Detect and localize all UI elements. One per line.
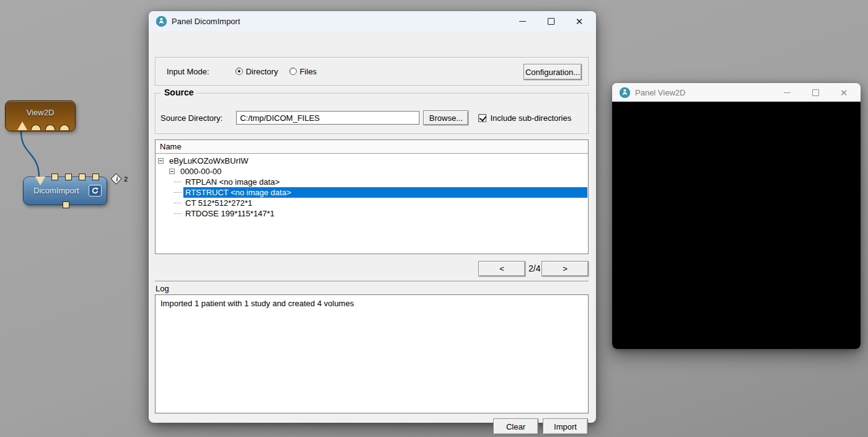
- source-directory-input[interactable]: [236, 111, 419, 125]
- radio-files-label: Files: [300, 67, 317, 76]
- view2d-node[interactable]: View2D: [5, 100, 76, 131]
- source-groupbox: Source Source Directory: Browse... Inclu…: [155, 93, 589, 134]
- splitter-handle[interactable]: [155, 281, 589, 282]
- dicomimport-node-label: DicomImport: [33, 186, 79, 195]
- dicom-panel-body: Input Mode: Directory Files Configuratio…: [149, 31, 596, 423]
- radio-selected-icon: [235, 68, 243, 75]
- maximize-button[interactable]: [541, 14, 560, 29]
- output-port-square[interactable]: [92, 174, 99, 180]
- browse-button[interactable]: Browse...: [423, 110, 468, 125]
- tree-branch-line: [174, 182, 182, 182]
- radio-directory[interactable]: Directory: [235, 67, 278, 76]
- maximize-icon: [548, 18, 555, 25]
- check-icon: [478, 114, 486, 122]
- tree-row-study[interactable]: 0000-00-00: [156, 166, 588, 177]
- collapse-icon[interactable]: [169, 169, 175, 174]
- output-port-square[interactable]: [65, 174, 72, 180]
- close-button[interactable]: ✕: [835, 85, 853, 100]
- import-button[interactable]: Import: [543, 418, 588, 435]
- input-port-semi[interactable]: [31, 125, 41, 130]
- tree-branch-line: [174, 213, 182, 214]
- dicomimport-panel-window: Panel DicomImport ✕ Input Mode: Director…: [149, 11, 596, 423]
- info-diamond-icon[interactable]: i: [110, 173, 121, 184]
- reload-icon[interactable]: [89, 185, 102, 196]
- radio-files[interactable]: Files: [289, 67, 317, 76]
- include-subdirs-checkbox[interactable]: Include sub-directories: [478, 113, 571, 123]
- clear-button[interactable]: Clear: [493, 418, 538, 435]
- window-title: Panel View2D: [635, 88, 685, 97]
- input-port-triangle[interactable]: [17, 121, 27, 130]
- view2d-node-label: View2D: [6, 108, 75, 117]
- tree-row-series[interactable]: CT 512*512*272*1: [156, 198, 588, 208]
- mevislab-app-icon: [156, 16, 167, 27]
- maximize-icon: [812, 89, 819, 96]
- input-port-semi[interactable]: [45, 125, 55, 130]
- log-output[interactable]: Imported 1 patient with 1 study and crea…: [155, 294, 589, 413]
- source-directory-label: Source Directory:: [160, 113, 222, 123]
- tree-branch-line: [174, 192, 182, 193]
- mevislab-app-icon: [620, 87, 630, 98]
- tree-branch-line: [174, 203, 182, 203]
- minimize-icon: [784, 92, 791, 93]
- minimize-button[interactable]: [778, 85, 796, 100]
- tree-row-series[interactable]: RTDOSE 199*115*147*1: [156, 208, 588, 219]
- tree-header-name[interactable]: Name: [156, 140, 588, 154]
- radio-directory-label: Directory: [246, 67, 278, 76]
- input-port-semi[interactable]: [59, 125, 69, 130]
- dicom-tree-view[interactable]: Name eByLuKOZoWxBUrIW 0000-00-00 RTPLAN …: [155, 139, 589, 254]
- view2d-panel-window: Panel View2D ✕: [612, 83, 861, 349]
- maximize-button[interactable]: [806, 85, 825, 100]
- resize-grip[interactable]: [587, 433, 594, 437]
- pager-prev-button[interactable]: <: [478, 261, 525, 276]
- input-port-square[interactable]: [63, 201, 69, 208]
- minimize-button[interactable]: [513, 14, 532, 29]
- output-port-square[interactable]: [79, 174, 85, 180]
- window-title: Panel DicomImport: [172, 17, 240, 26]
- input-mode-frame: Input Mode: Directory Files Configuratio…: [155, 57, 589, 86]
- output-port-square[interactable]: [51, 174, 58, 180]
- pager-position: 2/4: [528, 261, 540, 276]
- close-button[interactable]: ✕: [570, 14, 589, 29]
- dicomimport-node[interactable]: DicomImport: [23, 177, 107, 205]
- tree-row-series[interactable]: RTPLAN <no image data>: [156, 177, 588, 187]
- output-port-triangle[interactable]: [35, 177, 45, 185]
- input-mode-label: Input Mode:: [167, 67, 209, 76]
- radio-unselected-icon: [289, 68, 297, 75]
- tree-row-patient[interactable]: eByLuKOZoWxBUrIW: [156, 156, 588, 166]
- tree-row-series-selected[interactable]: RTSTRUCT <no image data>: [156, 187, 588, 198]
- configuration-button[interactable]: Configuration...: [524, 64, 582, 80]
- collapse-icon[interactable]: [158, 158, 164, 164]
- include-subdirs-label: Include sub-directories: [490, 113, 571, 123]
- view2d-titlebar[interactable]: Panel View2D ✕: [612, 83, 861, 102]
- pager-next-button[interactable]: >: [541, 261, 589, 276]
- node-badge-count: 2: [124, 175, 128, 183]
- dicomimport-titlebar[interactable]: Panel DicomImport ✕: [149, 11, 596, 31]
- source-group-title: Source: [161, 87, 196, 97]
- view2d-viewport[interactable]: [612, 102, 861, 349]
- minimize-icon: [519, 21, 526, 22]
- log-label: Log: [156, 284, 169, 293]
